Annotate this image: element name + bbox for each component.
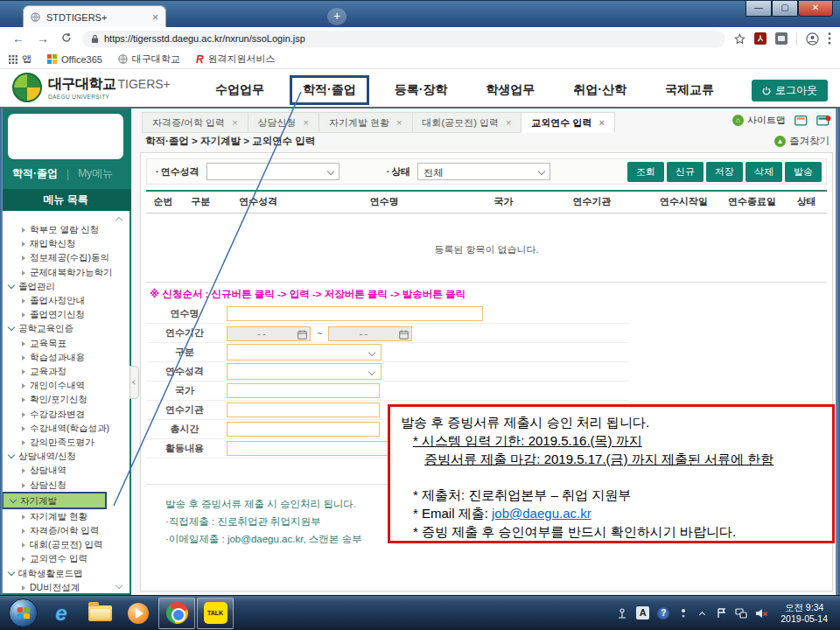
- sidebar-menu-item[interactable]: 공학교육인증: [2, 321, 130, 335]
- window-arrange-icon[interactable]: [794, 116, 808, 126]
- taskbar-ie[interactable]: e: [43, 598, 80, 629]
- workspace-tab[interactable]: 자격증/어학 입력: [142, 112, 248, 133]
- country-input[interactable]: [227, 383, 380, 398]
- taskbar-media-player[interactable]: [120, 598, 157, 629]
- new-tab-button[interactable]: +: [327, 8, 346, 25]
- profile-avatar-icon[interactable]: [796, 32, 819, 46]
- main-nav-item[interactable]: 수업업무: [196, 75, 284, 105]
- grid-header-cell[interactable]: 연수종료일: [718, 191, 786, 214]
- agency-input[interactable]: [227, 402, 380, 417]
- sidebar-menu-item[interactable]: 학습성과내용: [2, 350, 130, 364]
- sidebar-menu-item[interactable]: 교육과정: [2, 364, 130, 378]
- sidebar-menu-item[interactable]: 졸업관리: [2, 279, 130, 293]
- grid-header-cell[interactable]: 연수시작일: [650, 191, 718, 214]
- action-center-flag-icon[interactable]: [716, 608, 727, 619]
- grid-header-cell[interactable]: 연수성격: [221, 191, 297, 214]
- grid-header-cell[interactable]: 연수기관: [534, 191, 649, 214]
- main-nav-item[interactable]: 학적·졸업: [290, 75, 369, 105]
- sidebar-menu-item[interactable]: 자기계발 현황: [2, 509, 130, 523]
- ime-keyboard-icon[interactable]: [616, 608, 628, 619]
- action-button[interactable]: 삭제: [746, 162, 782, 182]
- sidebar-menu-item[interactable]: 수강내역(학습성과): [2, 421, 130, 435]
- ime-language-icon[interactable]: A: [636, 606, 649, 620]
- action-button[interactable]: 조회: [627, 162, 664, 182]
- sidebar-menu-item[interactable]: 상담내역: [2, 463, 130, 477]
- university-logo[interactable]: 대구대학교TIGERS+ DAEGU UNIVERSITY: [12, 73, 171, 102]
- nature-select[interactable]: [227, 363, 382, 380]
- browser-tab[interactable]: STDTIGERS+ ×: [23, 5, 166, 28]
- tab-close-icon[interactable]: ×: [152, 11, 158, 24]
- workspace-tab[interactable]: 상담신청: [248, 112, 318, 133]
- sidebar-menu-item[interactable]: 상담내역/신청: [2, 449, 130, 463]
- action-button[interactable]: 저장: [706, 162, 743, 182]
- bookmark-daegu-univ[interactable]: 대구대학교: [118, 52, 180, 66]
- back-icon[interactable]: ←: [12, 32, 24, 46]
- pdf-extension-icon[interactable]: [754, 32, 766, 45]
- bookmark-apps[interactable]: 앱: [9, 52, 32, 66]
- sidebar-menu-item[interactable]: 대회(공모전) 입력: [2, 537, 130, 551]
- minimize-button[interactable]: —: [746, 1, 772, 17]
- network-icon[interactable]: [735, 608, 747, 619]
- grid-header-cell[interactable]: 구분: [180, 191, 221, 214]
- sidebar-menu-item[interactable]: 군제대복학가능학기: [2, 265, 130, 279]
- sidebar-menu-item[interactable]: 졸업연기신청: [2, 307, 130, 321]
- sidebar-collapse-handle[interactable]: [130, 366, 139, 399]
- sidebar-menu-item[interactable]: 수강강좌변경: [2, 407, 130, 421]
- calendar-icon[interactable]: [298, 327, 307, 343]
- tray-misc-icon[interactable]: [677, 608, 689, 619]
- sidebar-tab-academic[interactable]: 학적·졸업: [12, 166, 58, 181]
- sidebar-menu-item[interactable]: 교육목표: [2, 336, 130, 350]
- sidebar-menu-item[interactable]: 대학생활로드맵: [2, 566, 130, 580]
- main-nav-item[interactable]: 국제교류: [646, 75, 733, 105]
- sidebar-menu-item[interactable]: 확인/포기신청: [2, 392, 130, 406]
- hours-input[interactable]: [227, 422, 380, 437]
- taskbar-kakaotalk[interactable]: TALK: [197, 598, 234, 629]
- email-link[interactable]: job@daegu.ac.kr: [492, 506, 592, 521]
- sidebar-menu-item[interactable]: 개인이수내역: [2, 378, 130, 392]
- volume-muted-icon[interactable]: [755, 608, 767, 619]
- main-nav-item[interactable]: 학생업무: [466, 75, 554, 105]
- main-nav-item[interactable]: 취업·산학: [554, 75, 646, 105]
- tray-expand-icon[interactable]: [696, 610, 708, 617]
- bookmark-office365[interactable]: Office365: [47, 54, 102, 65]
- action-button[interactable]: 발송: [785, 162, 822, 182]
- filter-nature-select[interactable]: [206, 163, 340, 180]
- maximize-button[interactable]: ▢: [772, 1, 798, 17]
- sidebar-menu-item[interactable]: 재입학신청: [2, 236, 130, 250]
- capture-extension-icon[interactable]: [775, 32, 788, 45]
- logout-button[interactable]: 로그아웃: [752, 80, 828, 102]
- workspace-tab[interactable]: 자기계발 현황: [318, 112, 412, 133]
- filter-status-select[interactable]: 전체: [417, 163, 550, 180]
- grid-header-cell[interactable]: 국가: [472, 191, 534, 214]
- taskbar-chrome[interactable]: [158, 598, 195, 629]
- taskbar-explorer[interactable]: [81, 598, 118, 629]
- grid-header-cell[interactable]: 순번: [146, 191, 180, 214]
- forward-icon[interactable]: →: [37, 32, 49, 46]
- refresh-icon[interactable]: [61, 32, 72, 46]
- favorites-button[interactable]: ▲ 즐겨찾기: [774, 135, 830, 148]
- bookmark-star-icon[interactable]: [734, 33, 746, 45]
- main-nav-item[interactable]: 등록·장학: [375, 75, 467, 105]
- workspace-tab[interactable]: 교외연수 입력: [521, 112, 615, 133]
- bookmark-remote-support[interactable]: R 원격지원서비스: [196, 52, 276, 66]
- workspace-tab[interactable]: 대회(공모전) 입력: [412, 112, 522, 133]
- sidebar-menu-item[interactable]: 자격증/어학 입력: [2, 523, 130, 537]
- action-button[interactable]: 신규: [667, 162, 704, 182]
- sidebar-menu-item[interactable]: 정보제공(수집)동의: [2, 250, 130, 264]
- training-name-input[interactable]: [227, 306, 483, 321]
- sidebar-menu-item[interactable]: 학부모 열람 신청: [2, 222, 130, 236]
- grid-header-cell[interactable]: 상태: [786, 191, 827, 214]
- sidebar-menu-item[interactable]: 졸업사정안내: [2, 293, 130, 307]
- menu-dots-icon[interactable]: [828, 32, 831, 45]
- sidebar-menu-item[interactable]: 상담신청: [2, 478, 130, 492]
- sitemap-button[interactable]: ⌂ 사이트맵: [732, 114, 786, 127]
- sidebar-menu-item[interactable]: DU비전설계: [2, 580, 130, 593]
- sidebar-menu-item[interactable]: 교외연수 입력: [2, 551, 130, 565]
- taskbar-clock[interactable]: 오전 9:34 2019-05-14: [775, 602, 833, 625]
- grid-header-cell[interactable]: 연수명: [296, 191, 472, 214]
- close-button[interactable]: ✕: [798, 1, 833, 17]
- sidebar-menu-item[interactable]: 강의만족도평가: [2, 435, 130, 449]
- window-close-all-icon[interactable]: [816, 116, 831, 126]
- help-icon[interactable]: ?: [657, 607, 669, 620]
- start-button[interactable]: [4, 598, 41, 629]
